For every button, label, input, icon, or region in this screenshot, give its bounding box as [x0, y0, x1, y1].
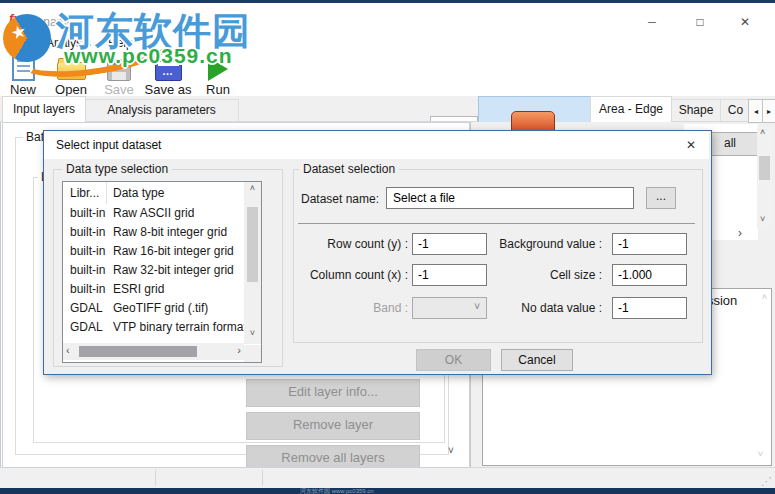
footer-watermark-text: 河东软件园 www.pc0359.cn — [300, 488, 560, 494]
scroll-up-icon[interactable]: ˄ — [760, 127, 765, 137]
cell-type: Raw ASCII grid — [107, 204, 194, 223]
select-input-dataset-dialog: Select input dataset ✕ Data type selecti… — [43, 130, 712, 375]
cell-type: VTP binary terrain format — [107, 318, 244, 337]
menu-file[interactable]: File — [8, 36, 27, 50]
cell-type: GeoTIFF grid (.tif) — [107, 299, 208, 318]
data-type-group-label: Data type selection — [62, 162, 172, 176]
maximize-button[interactable]: □ — [684, 12, 716, 32]
tab-analysis-parameters[interactable]: Analysis parameters — [84, 99, 239, 123]
title-bar: fx unnamed1 ─ □ ✕ — [0, 3, 775, 32]
row-count-label: Row count (y) : — [256, 237, 408, 251]
cell-library: built-in — [63, 204, 107, 223]
new-button[interactable]: New — [0, 54, 46, 96]
expression-scroll-down-icon[interactable]: ˅ — [758, 449, 763, 459]
status-separator — [262, 470, 263, 486]
band-label: Band : — [256, 301, 408, 315]
browse-button[interactable]: ... — [646, 187, 676, 209]
list-item[interactable]: built-in Raw 16-bit integer grid — [63, 242, 244, 261]
scroll-left-icon[interactable]: ‹ — [66, 344, 70, 356]
cell-library: GDAL — [63, 299, 107, 318]
new-document-icon — [12, 54, 35, 81]
list-item[interactable]: built-in Raw 8-bit integer grid — [63, 223, 244, 242]
dataset-group-label: Dataset selection — [299, 162, 399, 176]
scrollbar-corner — [244, 345, 261, 362]
cell-type: Raw 16-bit integer grid — [107, 242, 234, 261]
menu-analysis[interactable]: Analysis — [46, 36, 91, 50]
cell-library: built-in — [63, 242, 107, 261]
cell-type: Raw 8-bit integer grid — [107, 223, 227, 242]
scroll-up-icon[interactable]: ˄ — [244, 183, 261, 193]
status-bar — [0, 467, 775, 489]
remove-all-layers-button[interactable]: Remove all layers — [246, 445, 420, 468]
open-label: Open — [48, 82, 94, 97]
no-data-value-input[interactable] — [612, 297, 687, 319]
run-label: Run — [194, 82, 242, 97]
cell-size-input[interactable] — [612, 264, 687, 286]
application-window: fx unnamed1 ─ □ ✕ File Analysis Help New… — [0, 0, 775, 494]
tab-shape[interactable]: Shape — [671, 99, 721, 123]
cell-size-label: Cell size : — [450, 268, 602, 282]
list-vertical-scrollbar[interactable]: ˄ ˅ — [244, 182, 261, 344]
run-button[interactable]: Run — [194, 54, 242, 96]
scroll-thumb[interactable] — [79, 346, 197, 357]
save-as-label: Save as — [140, 82, 196, 97]
dialog-title-bar: Select input dataset ✕ — [44, 131, 709, 159]
scroll-thumb[interactable] — [759, 156, 770, 180]
data-type-list[interactable]: Libr... Data type built-in Raw ASCII gri… — [62, 181, 262, 363]
background-value-input[interactable] — [612, 233, 687, 255]
metrics-scroll-right-icon[interactable]: › — [738, 226, 742, 240]
top-frame-line — [0, 0, 775, 3]
menu-help[interactable]: Help — [108, 36, 133, 50]
new-label: New — [0, 82, 46, 97]
minimize-button[interactable]: ─ — [636, 12, 668, 32]
background-value-label: Background value : — [450, 237, 602, 251]
open-button[interactable]: Open — [48, 54, 94, 96]
scroll-down-icon[interactable]: ˅ — [760, 214, 765, 224]
cancel-button[interactable]: Cancel — [501, 349, 573, 371]
save-label: Save — [96, 82, 142, 97]
expression-scroll-up-icon[interactable]: ˄ — [762, 292, 767, 302]
cell-library: built-in — [63, 223, 107, 242]
cell-type: Raw 32-bit integer grid — [107, 261, 234, 280]
list-header[interactable]: Libr... Data type — [63, 182, 244, 204]
dialog-title: Select input dataset — [56, 138, 161, 152]
ok-button[interactable]: OK — [416, 349, 491, 371]
save-button[interactable]: Save — [96, 54, 142, 96]
tab-scroll-right-icon[interactable]: ▸ — [762, 99, 775, 123]
list-item[interactable]: built-in Raw 32-bit integer grid — [63, 261, 244, 280]
list-item[interactable]: built-in ESRI grid — [63, 280, 244, 299]
dialog-close-icon[interactable]: ✕ — [678, 135, 704, 155]
column-data-type[interactable]: Data type — [107, 182, 164, 204]
dataset-name-input[interactable] — [386, 187, 634, 209]
scroll-right-icon[interactable]: › — [237, 344, 241, 356]
list-horizontal-scrollbar[interactable]: ‹ › — [63, 343, 244, 360]
save-as-button[interactable]: … Save as — [140, 54, 196, 96]
window-title: unnamed1 — [30, 15, 87, 29]
cell-library: built-in — [63, 280, 107, 299]
save-as-dots: … — [156, 65, 181, 77]
resize-grip-icon[interactable]: ⋰ — [761, 475, 772, 488]
list-item[interactable]: GDAL VTP binary terrain format — [63, 318, 244, 337]
tab-area-edge[interactable]: Area - Edge — [590, 96, 672, 122]
tab-co[interactable]: Co — [720, 99, 751, 123]
column-count-label: Column count (x) : — [256, 268, 408, 282]
metrics-scrollbar[interactable]: ˄ ˅ — [757, 126, 772, 229]
tab-input-layers[interactable]: Input layers — [2, 96, 86, 122]
save-floppy-icon — [107, 59, 131, 81]
app-logo-icon: fx — [9, 11, 21, 26]
cell-library: built-in — [63, 261, 107, 280]
cell-library: GDAL — [63, 318, 107, 337]
save-as-floppy-icon: … — [155, 59, 182, 81]
column-library[interactable]: Libr... — [63, 182, 107, 204]
open-folder-icon — [57, 62, 86, 80]
close-button[interactable]: ✕ — [729, 12, 761, 32]
status-separator — [155, 470, 156, 486]
list-item[interactable]: built-in Raw ASCII grid — [63, 204, 244, 223]
cell-type: ESRI grid — [107, 280, 164, 299]
edit-layer-info-button[interactable]: Edit layer info... — [246, 379, 420, 407]
scroll-down-icon[interactable]: ˅ — [244, 328, 261, 338]
remove-layer-button[interactable]: Remove layer — [246, 412, 420, 440]
list-item[interactable]: GDAL GeoTIFF grid (.tif) — [63, 299, 244, 318]
dataset-separator — [298, 223, 695, 224]
layers-scroll-down-icon[interactable]: ˅ — [448, 445, 454, 456]
